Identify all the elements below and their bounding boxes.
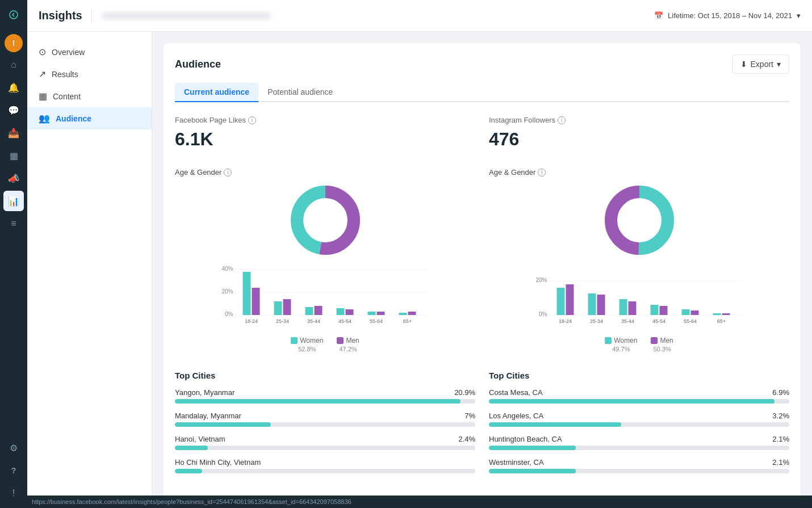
svg-text:25-34: 25-34 xyxy=(276,318,289,324)
ig-city-3-fill xyxy=(489,446,576,450)
alert-icon[interactable]: ! xyxy=(3,483,24,503)
svg-text:45-54: 45-54 xyxy=(652,318,665,324)
instagram-label: Instagram Followers i xyxy=(489,116,789,124)
inbox-icon[interactable]: 📥 xyxy=(3,123,24,143)
stats-row: Facebook Page Likes i 6.1K Instagram Fol… xyxy=(175,116,789,150)
home-icon[interactable]: ⌂ xyxy=(3,54,24,75)
ig-chart-info-icon[interactable]: i xyxy=(538,169,546,177)
fb-city-3-fill xyxy=(175,446,208,450)
settings-icon[interactable]: ⚙ xyxy=(3,438,24,458)
table-icon[interactable]: ▦ xyxy=(3,145,24,166)
fb-bar-chart: 40% 20% 0% 18-24 xyxy=(175,264,475,332)
ig-men-legend: Men 50.3% xyxy=(651,337,673,352)
ig-bar-svg: 20% 0% 18-24 xyxy=(489,264,789,332)
download-icon: ⬇ xyxy=(740,60,747,69)
svg-rect-43 xyxy=(620,299,627,315)
insights-icon[interactable]: 📊 xyxy=(3,191,24,211)
svg-text:65+: 65+ xyxy=(403,318,412,324)
ig-city-3-name: Huntington Beach, CA 2.1% xyxy=(489,435,789,443)
fb-men-pct: 47.2% xyxy=(339,346,357,352)
topbar: Insights 📅 Lifetime: Oct 15, 2018 – Nov … xyxy=(27,0,812,32)
women-color-dot xyxy=(291,337,298,344)
fb-city-1-bar xyxy=(175,399,475,404)
fb-chart-legend: Women 52.8% Men 47.2% xyxy=(175,337,475,352)
ig-chart-title: Age & Gender i xyxy=(489,168,789,177)
ig-city-1-bar xyxy=(489,399,789,404)
blurred-subtitle xyxy=(101,12,271,19)
facebook-info-icon[interactable]: i xyxy=(248,116,256,124)
svg-rect-37 xyxy=(557,288,565,315)
ig-city-1-pct: 6.9% xyxy=(772,388,789,397)
page-title: Insights xyxy=(39,9,82,22)
facebook-stats: Facebook Page Likes i 6.1K xyxy=(175,116,475,150)
date-range-text: Lifetime: Oct 15, 2018 – Nov 14, 2021 xyxy=(668,11,792,20)
fb-donut-container xyxy=(175,183,475,257)
ig-city-4-bar xyxy=(489,469,789,473)
ig-top-cities: Top Cities Costa Mesa, CA 6.9% xyxy=(489,371,789,481)
nav-item-content[interactable]: ▦ Content xyxy=(27,85,152,107)
nav-item-overview[interactable]: ⊙ Overview xyxy=(27,41,152,63)
instagram-info-icon[interactable]: i xyxy=(558,116,566,124)
top-cities-row: Top Cities Yangon, Myanmar 20.9% xyxy=(175,371,789,481)
ig-city-4: Westminster, CA 2.1% xyxy=(489,458,789,473)
nav-label-overview: Overview xyxy=(52,48,85,57)
content-area: ⊙ Overview ↗ Results ▦ Content 👥 Audienc… xyxy=(27,32,812,496)
main-content: Audience ⬇ Export ▾ Current audience Pot… xyxy=(152,32,812,496)
fb-city-2-bar xyxy=(175,422,475,427)
fb-city-1: Yangon, Myanmar 20.9% xyxy=(175,388,475,404)
export-button[interactable]: ⬇ Export ▾ xyxy=(732,54,789,74)
tab-potential-audience[interactable]: Potential audience xyxy=(258,83,342,102)
menu-icon[interactable]: ≡ xyxy=(3,213,24,234)
audience-tabs: Current audience Potential audience xyxy=(175,83,789,102)
bell-icon[interactable]: 🔔 xyxy=(3,77,24,98)
back-icon[interactable] xyxy=(3,5,24,25)
date-range-selector[interactable]: 📅 Lifetime: Oct 15, 2018 – Nov 14, 2021 … xyxy=(654,11,801,20)
fb-age-gender-chart: Age & Gender i xyxy=(175,168,475,352)
megaphone-icon[interactable]: 📣 xyxy=(3,168,24,188)
svg-rect-47 xyxy=(660,306,668,315)
ig-city-1: Costa Mesa, CA 6.9% xyxy=(489,388,789,404)
help-icon[interactable]: ? xyxy=(3,460,24,481)
svg-text:20%: 20% xyxy=(535,277,547,283)
ig-bar-chart: 20% 0% 18-24 xyxy=(489,264,789,332)
ig-chart-legend: Women 49.7% Men 50.3% xyxy=(489,337,789,352)
ig-city-4-fill xyxy=(489,469,576,473)
fb-chart-info-icon[interactable]: i xyxy=(224,169,232,177)
fb-top-cities: Top Cities Yangon, Myanmar 20.9% xyxy=(175,371,475,481)
svg-rect-27 xyxy=(408,312,416,315)
left-nav: ⊙ Overview ↗ Results ▦ Content 👥 Audienc… xyxy=(27,32,152,496)
ig-city-2-name: Los Angeles, CA 3.2% xyxy=(489,412,789,420)
ig-women-color-dot xyxy=(605,337,612,344)
svg-text:25-34: 25-34 xyxy=(590,318,603,324)
svg-point-0 xyxy=(10,11,18,19)
svg-point-4 xyxy=(305,200,346,241)
fb-city-1-pct: 20.9% xyxy=(454,388,475,397)
svg-rect-23 xyxy=(368,312,376,315)
fb-city-2-pct: 7% xyxy=(464,412,475,420)
svg-rect-46 xyxy=(651,305,659,315)
fb-women-pct: 52.8% xyxy=(298,346,316,352)
ig-city-2-fill xyxy=(489,422,621,427)
nav-item-results[interactable]: ↗ Results xyxy=(27,63,152,85)
fb-cities-title: Top Cities xyxy=(175,371,475,380)
panel-title: Audience xyxy=(175,58,221,70)
svg-text:55-64: 55-64 xyxy=(684,318,697,324)
notification-badge-icon[interactable]: ! xyxy=(5,34,23,52)
ig-age-gender-chart: Age & Gender i xyxy=(489,168,789,352)
svg-text:35-44: 35-44 xyxy=(621,318,634,324)
ig-men-color-dot xyxy=(651,337,658,344)
svg-rect-38 xyxy=(566,284,574,315)
ig-city-4-name: Westminster, CA 2.1% xyxy=(489,458,789,467)
results-icon: ↗ xyxy=(39,69,46,79)
tab-current-audience[interactable]: Current audience xyxy=(175,83,258,102)
content-icon: ▦ xyxy=(39,91,47,102)
nav-item-audience[interactable]: 👥 Audience xyxy=(27,107,152,129)
fb-city-3: Hanoi, Vietnam 2.4% xyxy=(175,435,475,450)
svg-text:65+: 65+ xyxy=(717,318,726,324)
svg-rect-11 xyxy=(243,272,251,315)
svg-rect-20 xyxy=(337,308,345,315)
ig-city-1-fill xyxy=(489,399,775,404)
audience-panel: Audience ⬇ Export ▾ Current audience Pot… xyxy=(164,43,801,496)
fb-city-2: Mandalay, Myanmar 7% xyxy=(175,412,475,427)
chat-icon[interactable]: 💬 xyxy=(3,100,24,120)
